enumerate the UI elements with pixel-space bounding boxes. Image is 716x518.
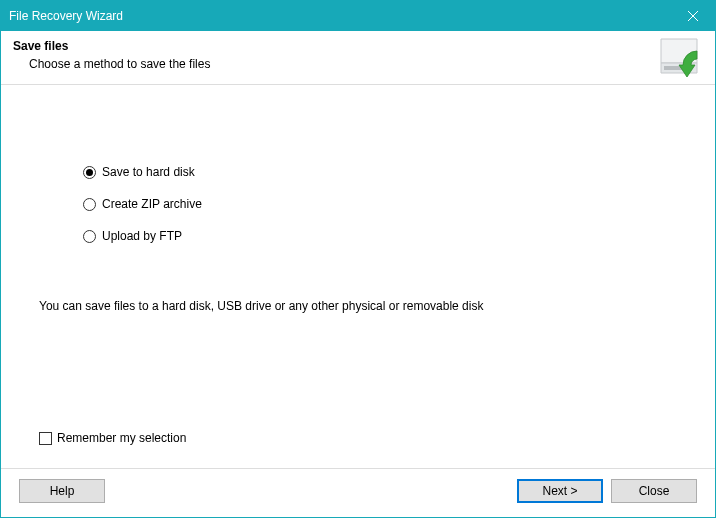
checkbox-box — [39, 432, 52, 445]
close-icon — [688, 11, 698, 21]
radio-label: Create ZIP archive — [102, 197, 202, 211]
hard-disk-recover-icon — [655, 35, 703, 79]
radio-create-zip[interactable]: Create ZIP archive — [83, 197, 677, 211]
wizard-footer: Help Next > Close — [1, 468, 715, 517]
window-title: File Recovery Wizard — [9, 9, 123, 23]
page-title: Save files — [13, 39, 703, 53]
wizard-header: Save files Choose a method to save the f… — [1, 31, 715, 85]
radio-indicator — [83, 230, 96, 243]
page-subtitle: Choose a method to save the files — [29, 57, 703, 71]
method-hint-text: You can save files to a hard disk, USB d… — [39, 299, 677, 313]
close-button[interactable]: Close — [611, 479, 697, 503]
radio-label: Save to hard disk — [102, 165, 195, 179]
radio-indicator — [83, 166, 96, 179]
radio-save-hard-disk[interactable]: Save to hard disk — [83, 165, 677, 179]
button-label: Help — [50, 484, 75, 498]
next-button[interactable]: Next > — [517, 479, 603, 503]
checkbox-label: Remember my selection — [57, 431, 186, 445]
radio-upload-ftp[interactable]: Upload by FTP — [83, 229, 677, 243]
button-label: Next > — [542, 484, 577, 498]
titlebar: File Recovery Wizard — [1, 1, 715, 31]
help-button[interactable]: Help — [19, 479, 105, 503]
remember-selection-checkbox[interactable]: Remember my selection — [39, 431, 186, 445]
wizard-content: Save to hard disk Create ZIP archive Upl… — [1, 85, 715, 457]
radio-indicator — [83, 198, 96, 211]
button-label: Close — [639, 484, 670, 498]
close-window-button[interactable] — [670, 1, 715, 31]
radio-label: Upload by FTP — [102, 229, 182, 243]
save-method-radio-group: Save to hard disk Create ZIP archive Upl… — [83, 165, 677, 243]
